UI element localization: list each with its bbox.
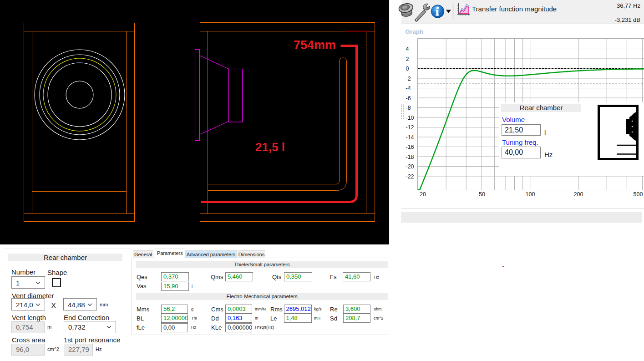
svg-text:-14: -14 [406,134,414,141]
svg-text:-20: -20 [406,163,414,170]
svg-text:100: 100 [526,191,535,198]
svg-text:4: 4 [406,46,409,52]
svg-text:-4: -4 [406,85,411,92]
svg-text:-18: -18 [406,154,414,160]
svg-text:2: 2 [406,56,409,62]
svg-text:200: 200 [574,191,583,198]
svg-text:20: 20 [420,191,426,198]
svg-text:50: 50 [479,191,485,198]
svg-text:500: 500 [634,191,643,198]
svg-text:-6: -6 [406,95,411,102]
svg-text:21,5 l: 21,5 l [255,140,285,154]
svg-text:-10: -10 [406,115,414,121]
svg-text:-16: -16 [406,144,414,150]
svg-text:-8: -8 [406,105,411,111]
svg-text:754mm: 754mm [294,38,336,52]
svg-text:-22: -22 [406,173,414,180]
svg-text:-2: -2 [406,76,411,82]
svg-text:0: 0 [406,66,409,72]
svg-text:-12: -12 [406,124,414,131]
